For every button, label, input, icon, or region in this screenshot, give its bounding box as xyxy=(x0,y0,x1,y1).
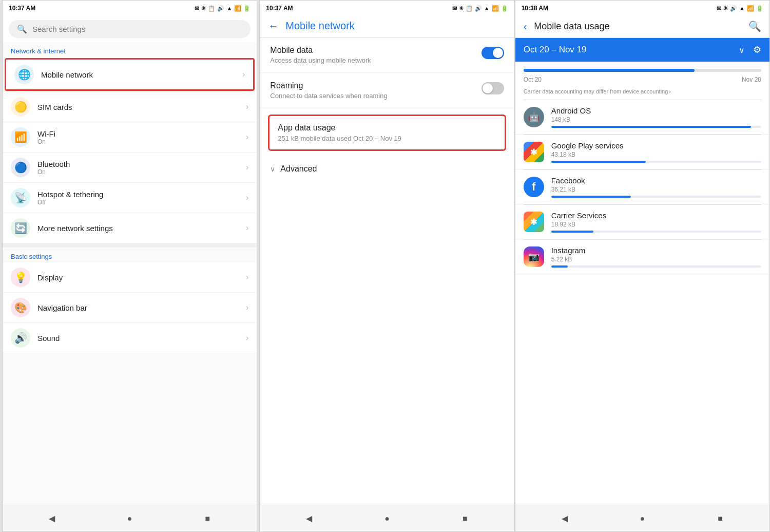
google-play-size: 43.18 kB xyxy=(551,151,761,158)
wifi-sub: On xyxy=(37,138,246,145)
android-os-name: Android OS xyxy=(551,106,761,115)
wifi-icon: 📶 xyxy=(11,127,30,147)
usage-bar-labels: Oct 20 Nov 20 xyxy=(524,76,761,83)
sidebar-item-nav-bar[interactable]: 🎨 Navigation bar › xyxy=(3,293,257,323)
section-network-label: Network & internet xyxy=(3,42,257,57)
app-data-usage-item[interactable]: App data usage 251 kB mobile data used O… xyxy=(268,115,506,151)
display-text: Display xyxy=(37,273,246,282)
nav-home-2[interactable]: ● xyxy=(381,512,393,525)
app-usage-facebook[interactable]: f Facebook 36.21 kB xyxy=(515,170,769,204)
panel3-search-icon[interactable]: 🔍 xyxy=(748,20,761,32)
status-bar-2: 10:37 AM ✉ ✳ 📋 🔊 ▲ 📶 🔋 xyxy=(260,1,514,15)
sound-chevron: › xyxy=(246,333,248,343)
advanced-label: Advanced xyxy=(280,164,317,174)
nav-recent-2[interactable]: ■ xyxy=(459,512,471,525)
status-icons-3: ✉ ✳ 🔊 ▲ 📶 🔋 xyxy=(717,5,763,12)
nav-home-3[interactable]: ● xyxy=(636,512,648,525)
roaming-toggle[interactable] xyxy=(482,82,504,94)
roaming-title: Roaming xyxy=(270,81,481,90)
usage-date-start: Oct 20 xyxy=(524,76,542,83)
mobile-network-chevron: › xyxy=(242,70,245,79)
sound-icon: 🔊 xyxy=(11,328,30,348)
google-play-icon: ✱ xyxy=(524,142,544,162)
search-input[interactable] xyxy=(32,25,242,33)
sim-cards-text: SIM cards xyxy=(37,103,246,111)
sidebar-item-bluetooth[interactable]: 🔵 Bluetooth On › xyxy=(3,153,257,183)
mobile-data-sub: Access data using mobile network xyxy=(270,56,481,64)
android-os-icon: 🤖 xyxy=(524,107,544,127)
advanced-chevron-icon: ∨ xyxy=(270,165,275,173)
nav-bar-title: Navigation bar xyxy=(37,303,246,312)
sidebar-item-more-network[interactable]: 🔄 More network settings › xyxy=(3,213,257,243)
app-usage-android-os[interactable]: 🤖 Android OS 148 kB xyxy=(515,100,769,135)
sim-cards-title: SIM cards xyxy=(37,103,246,111)
sound-text: Sound xyxy=(37,334,246,343)
sidebar-item-display[interactable]: 💡 Display › xyxy=(3,262,257,293)
instagram-info: Instagram 5.22 kB xyxy=(551,246,761,268)
section-basic-label: Basic settings xyxy=(3,248,257,262)
roaming-option[interactable]: Roaming Connect to data services when ro… xyxy=(260,73,514,108)
sim-cards-chevron: › xyxy=(246,102,248,111)
date-range-text: Oct 20 – Nov 19 xyxy=(524,45,735,55)
usage-date-end: Nov 20 xyxy=(742,76,761,83)
sidebar-item-mobile-network[interactable]: 🌐 Mobile network › xyxy=(5,58,255,91)
carrier-note: Carrier data accounting may differ from … xyxy=(515,88,769,100)
app-usage-carrier-services[interactable]: ✱ Carrier Services 18.92 kB xyxy=(515,205,769,239)
app-usage-instagram[interactable]: 📷 Instagram 5.22 kB xyxy=(515,240,769,274)
sidebar-item-sound[interactable]: 🔊 Sound › xyxy=(3,323,257,353)
google-play-info: Google Play services 43.18 kB xyxy=(551,141,761,163)
search-bar-wrap: 🔍 xyxy=(3,15,257,42)
google-play-bar-fill xyxy=(551,161,646,163)
date-range-gear-icon[interactable]: ⚙ xyxy=(753,44,761,55)
hotspot-chevron: › xyxy=(246,193,248,202)
carrier-services-bar-track xyxy=(551,231,761,233)
app-usage-google-play[interactable]: ✱ Google Play services 43.18 kB xyxy=(515,135,769,169)
android-os-size: 148 kB xyxy=(551,116,761,123)
nav-bar-chevron: › xyxy=(246,303,248,312)
sidebar-item-wifi[interactable]: 📶 Wi-Fi On › xyxy=(3,122,257,153)
usage-chart-area: Oct 20 Nov 20 xyxy=(515,62,769,88)
panel2-title: Mobile network xyxy=(285,20,355,32)
more-network-chevron: › xyxy=(246,223,248,233)
panel2-header: ← Mobile network xyxy=(260,15,514,37)
status-bar-1: 10:37 AM ✉ ✳ 📋 🔊 ▲ 📶 🔋 xyxy=(3,1,257,15)
facebook-info: Facebook 36.21 kB xyxy=(551,176,761,198)
wifi-text: Wi-Fi On xyxy=(37,129,246,145)
bluetooth-icon: 🔵 xyxy=(11,158,30,177)
nav-bar-1: ◀ ● ■ xyxy=(3,505,257,531)
instagram-bar-fill xyxy=(551,265,568,268)
status-time-2: 10:37 AM xyxy=(266,5,293,12)
nav-recent-1[interactable]: ■ xyxy=(201,512,214,525)
panel3-title: Mobile data usage xyxy=(534,21,741,32)
android-os-bar-fill xyxy=(551,126,751,128)
panel2-back-arrow[interactable]: ← xyxy=(268,20,278,32)
nav-back-1[interactable]: ◀ xyxy=(46,512,58,525)
display-chevron: › xyxy=(246,273,248,282)
more-network-icon: 🔄 xyxy=(11,218,30,238)
sidebar-item-hotspot[interactable]: 📡 Hotspot & tethering Off › xyxy=(3,183,257,213)
status-icons-1: ✉ ✳ 📋 🔊 ▲ 📶 🔋 xyxy=(195,5,251,12)
facebook-icon: f xyxy=(524,177,544,197)
mobile-data-toggle[interactable] xyxy=(482,47,504,59)
bluetooth-sub: On xyxy=(37,168,246,176)
hotspot-title: Hotspot & tethering xyxy=(37,190,246,199)
mobile-data-title: Mobile data xyxy=(270,46,481,55)
nav-recent-3[interactable]: ■ xyxy=(714,512,726,525)
more-network-text: More network settings xyxy=(37,224,246,233)
nav-back-3[interactable]: ◀ xyxy=(559,512,571,525)
search-bar[interactable]: 🔍 xyxy=(9,20,251,38)
mobile-data-toggle-knob xyxy=(493,48,503,58)
panel3-data-usage: 10:38 AM ✉ ✳ 🔊 ▲ 📶 🔋 ‹ Mobile data usage… xyxy=(515,0,770,532)
google-play-bar-track xyxy=(551,161,761,163)
date-range-bar[interactable]: Oct 20 – Nov 19 ∨ ⚙ xyxy=(515,38,769,62)
sidebar-item-sim-cards[interactable]: 🟡 SIM cards › xyxy=(3,92,257,122)
bluetooth-title: Bluetooth xyxy=(37,160,246,168)
nav-back-2[interactable]: ◀ xyxy=(303,512,315,525)
advanced-item[interactable]: ∨ Advanced xyxy=(260,157,514,181)
instagram-size: 5.22 kB xyxy=(551,256,761,263)
facebook-size: 36.21 kB xyxy=(551,186,761,193)
status-time-1: 10:37 AM xyxy=(9,5,35,12)
panel3-back-arrow[interactable]: ‹ xyxy=(524,21,527,32)
nav-home-1[interactable]: ● xyxy=(124,512,136,525)
mobile-data-option[interactable]: Mobile data Access data using mobile net… xyxy=(260,37,514,73)
